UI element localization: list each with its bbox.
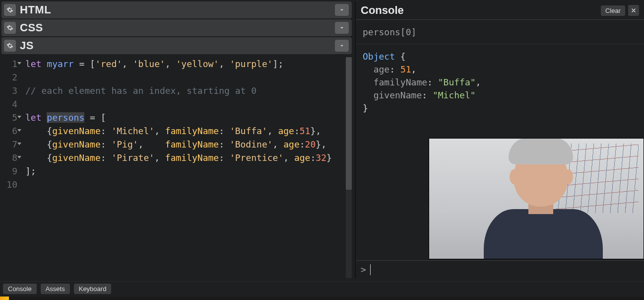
js-panel-header[interactable]: JS (1, 37, 352, 54)
console-header: Console Clear (356, 1, 644, 19)
gear-icon[interactable] (4, 40, 16, 52)
editor-column: HTML CSS JS 1 2 (1, 1, 352, 278)
webcam-overlay[interactable] (429, 138, 644, 259)
gear-icon[interactable] (4, 4, 16, 16)
js-panel-title: JS (20, 39, 34, 52)
html-panel-title: HTML (20, 3, 51, 16)
chevron-down-icon[interactable] (335, 4, 349, 16)
gear-icon[interactable] (4, 22, 16, 34)
close-icon (631, 7, 637, 13)
clear-button[interactable]: Clear (601, 5, 625, 16)
chevron-down-icon[interactable] (335, 40, 349, 52)
console-output: Object { age: 51, familyName: "Buffa", g… (356, 44, 644, 121)
html-panel-header[interactable]: HTML (1, 1, 352, 18)
console-title: Console (361, 4, 601, 17)
prompt-caret: > (361, 263, 366, 276)
code-content[interactable]: let myarr = ['red', 'blue', 'yellow', 'p… (20, 57, 346, 278)
chevron-down-icon[interactable] (335, 22, 349, 34)
text-cursor (370, 264, 371, 275)
progress-bar (0, 297, 9, 300)
line-gutter: 1 2 3 4 5 6 7 8 9 10 (1, 57, 20, 278)
footer-bar: Console Assets Keyboard (0, 281, 644, 296)
footer-keyboard-button[interactable]: Keyboard (74, 284, 112, 294)
video-progress[interactable] (0, 297, 644, 300)
console-input[interactable]: > (356, 260, 644, 278)
close-button[interactable] (628, 5, 639, 16)
scrollbar-thumb[interactable] (346, 57, 352, 190)
footer-assets-button[interactable]: Assets (41, 284, 70, 294)
editor-scrollbar[interactable] (346, 57, 352, 278)
person-figure (474, 145, 603, 259)
js-editor[interactable]: 1 2 3 4 5 6 7 8 9 10 let myarr = ['red',… (1, 55, 352, 278)
console-command: persons[0] (356, 20, 644, 44)
css-panel-header[interactable]: CSS (1, 19, 352, 36)
css-panel-title: CSS (20, 21, 43, 34)
footer-console-button[interactable]: Console (3, 284, 37, 294)
